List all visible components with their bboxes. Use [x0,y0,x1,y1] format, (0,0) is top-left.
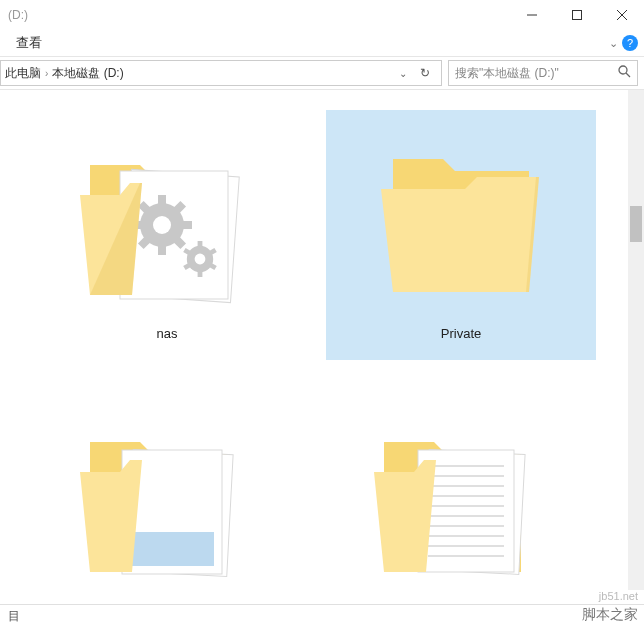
chevron-right-icon: › [41,68,52,79]
search-input[interactable]: 搜索"本地磁盘 (D:)" [448,60,638,86]
help-icon[interactable]: ? [622,35,638,51]
minimize-button[interactable] [509,0,554,30]
scrollbar[interactable] [628,90,644,590]
folder-item[interactable] [32,380,302,590]
folder-icon [67,130,267,320]
close-button[interactable] [599,0,644,30]
folder-icon [67,407,267,590]
status-text: 目 [8,608,20,625]
breadcrumb-dropdown-icon[interactable]: ⌄ [393,68,413,79]
folder-item[interactable]: Private [326,110,596,360]
folder-icon [361,130,561,320]
svg-rect-15 [130,532,214,566]
breadcrumb-pc[interactable]: 此电脑 [5,65,41,82]
folder-item[interactable]: nas [32,110,302,360]
status-bar: 目 脚本之家 [0,604,644,628]
svg-point-4 [619,66,627,74]
title-bar: (D:) [0,0,644,30]
menu-bar: 查看 ⌄ ? [0,30,644,56]
refresh-icon[interactable]: ↻ [413,66,437,80]
ribbon-expand-icon[interactable]: ⌄ [609,37,618,50]
folder-item[interactable] [326,380,596,590]
folder-label: Private [441,326,481,341]
svg-point-9 [153,216,171,234]
items-grid: nas Private [0,90,644,590]
maximize-button[interactable] [554,0,599,30]
svg-rect-1 [572,11,581,20]
scrollbar-thumb[interactable] [630,206,642,242]
breadcrumb-drive[interactable]: 本地磁盘 (D:) [52,65,123,82]
svg-point-12 [195,253,206,264]
watermark-url: jb51.net [599,590,638,602]
search-icon [618,65,631,81]
window-title: (D:) [8,8,28,22]
watermark-site: 脚本之家 [582,606,638,624]
breadcrumb[interactable]: 此电脑 › 本地磁盘 (D:) ⌄ ↻ [0,60,442,86]
folder-icon [361,407,561,590]
svg-rect-10 [158,195,166,205]
svg-line-5 [626,73,630,77]
folder-label: nas [157,326,178,341]
address-bar: 此电脑 › 本地磁盘 (D:) ⌄ ↻ 搜索"本地磁盘 (D:)" [0,56,644,90]
menu-view[interactable]: 查看 [16,34,42,52]
content-area: nas Private [0,90,644,590]
search-placeholder: 搜索"本地磁盘 (D:)" [455,65,559,82]
window-controls [509,0,644,30]
